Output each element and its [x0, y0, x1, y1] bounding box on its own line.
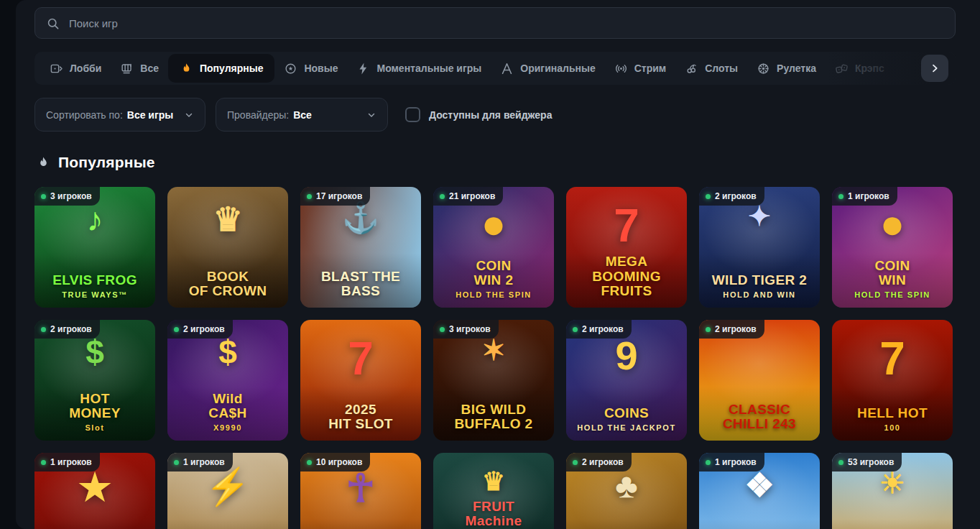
players-count: 2 игроков [50, 324, 92, 334]
wager-filter[interactable]: Доступны для вейджера [405, 107, 552, 122]
title-line: BASS [305, 284, 417, 299]
tab-new[interactable]: Новые [274, 52, 347, 85]
title-line: WIN 2 [438, 273, 550, 288]
tab-label: Оригинальные [520, 63, 595, 74]
game-tile-elvis-frog[interactable]: 3 игроков ♪ ELVIS FROGTRUE WAYS™ [34, 187, 155, 308]
game-tile-fruit-machine[interactable]: ♛ FRUITMachine [433, 453, 554, 529]
tab-originals[interactable]: Оригинальные [491, 52, 604, 85]
game-tile-mummy[interactable]: 10 игроков ☥ [300, 453, 421, 529]
game-tile-big-wild-buffalo-2[interactable]: 3 игроков ✶ BIG WILDBUFFALO 2 [433, 320, 554, 441]
players-count: 1 игроков [848, 191, 889, 201]
game-tile-classic-chilli-243[interactable]: 2 игроков CLASSICCHILLI 243 [699, 320, 820, 441]
title-line: BOOK [172, 270, 284, 285]
search-bar[interactable] [34, 7, 956, 39]
game-tile-wild-cash-x9990[interactable]: 2 игроков $ WildCA$HX9990 [167, 320, 288, 441]
game-title: COINSHOLD THE JACKPOT [570, 406, 683, 432]
online-dot [440, 194, 445, 199]
title-sub: 100 [836, 423, 948, 432]
game-tile-hell-hot-100[interactable]: 7 HELL HOT100 [832, 320, 953, 441]
game-tile-candy-bonanza[interactable]: 1 игроков ❖ [699, 453, 820, 529]
title-line: MEGA BOOMING [570, 254, 683, 284]
players-badge: 3 игроков [34, 187, 100, 206]
tab-label: Стрим [634, 63, 666, 74]
art-glyph: ☀ [832, 469, 953, 497]
game-tile-wild-tiger-2[interactable]: 2 игроков ✦ WILD TIGER 2HOLD AND WIN [699, 187, 820, 308]
tab-label: Слоты [705, 63, 738, 74]
game-tile-hot-fruits[interactable]: 1 игроков ★ HOT [34, 453, 155, 529]
game-tile-fortune-cat[interactable]: 53 игроков ☀ FORTUNE [832, 453, 953, 529]
online-dot [41, 327, 46, 332]
games-lobby-page: Лобби Все Популярные Новые Моментальные … [16, 0, 980, 529]
online-dot [307, 460, 312, 465]
games-grid: 3 игроков ♪ ELVIS FROGTRUE WAYS™ ♛ BOOKO… [34, 187, 953, 529]
title-line: 2025 [305, 402, 417, 418]
title-line: ELVIS FROG [39, 273, 151, 288]
game-tile-coin-win[interactable]: 1 игроков ● COINWINHOLD THE SPIN [832, 187, 953, 308]
art-glyph: ☥ [300, 469, 421, 507]
players-count: 3 игроков [449, 324, 491, 334]
game-tile-blast-the-bass[interactable]: 17 игроков ⚓ BLAST THEBASS [300, 187, 421, 308]
online-dot [174, 327, 179, 332]
title-line: BUFFALO 2 [438, 417, 550, 432]
players-count: 10 игроков [316, 457, 362, 467]
online-dot [41, 460, 46, 465]
game-title: BOOKOF CROWN [172, 270, 284, 299]
title-line: WILD TIGER 2 [703, 273, 815, 288]
tab-popular[interactable]: Популярные [168, 54, 274, 83]
tab-roulette[interactable]: Рулетка [747, 52, 826, 85]
tab-all[interactable]: Все [111, 52, 168, 85]
players-count: 2 игроков [715, 324, 757, 334]
tab-lobby[interactable]: Лобби [40, 52, 111, 85]
flame-icon [36, 155, 51, 170]
game-tile-coin-win-2[interactable]: 21 игроков ● COINWIN 2HOLD THE SPIN [433, 187, 554, 308]
tab-instant-games[interactable]: Моментальные игры [347, 52, 491, 85]
lobby-dice-icon [50, 62, 63, 75]
search-icon [46, 17, 60, 30]
title-sub: HOLD THE SPIN [836, 290, 948, 299]
title-line: FRUITS [570, 284, 683, 299]
game-tile-zeus[interactable]: 1 игроков ⚡ [167, 453, 288, 529]
providers-select[interactable]: Провайдеры: Все [216, 98, 388, 132]
game-tile-joker[interactable]: 2 игроков ♣ [566, 453, 687, 529]
game-tile-book-of-crown[interactable]: ♛ BOOKOF CROWN [167, 187, 288, 308]
all-games-icon [120, 62, 134, 75]
chevron-down-icon [366, 110, 376, 120]
sort-select[interactable]: Сортировать по: Все игры [34, 98, 205, 132]
players-count: 53 игроков [848, 457, 894, 467]
search-input[interactable] [68, 17, 944, 30]
wager-checkbox[interactable] [405, 107, 420, 122]
title-sub: Slot [39, 423, 151, 432]
art-glyph: ✶ [433, 336, 554, 364]
chevron-right-icon [929, 63, 940, 74]
art-glyph: ❖ [699, 469, 820, 502]
art-glyph: ★ [34, 469, 155, 506]
tabs-next-button[interactable] [921, 55, 948, 82]
art-glyph: 7 [566, 203, 687, 249]
art-glyph: 7 [832, 336, 953, 382]
tab-stream[interactable]: Стрим [605, 52, 675, 85]
title-sub: TRUE WAYS™ [39, 290, 151, 299]
game-tile-9-coins[interactable]: 2 игроков 9 COINSHOLD THE JACKPOT [566, 320, 687, 441]
tab-craps[interactable]: Крэпс [826, 52, 894, 85]
tab-slots[interactable]: Слоты [675, 52, 747, 85]
players-count: 21 игроков [449, 191, 495, 201]
players-badge: 1 игроков [832, 187, 897, 206]
tab-label: Популярные [200, 63, 263, 74]
game-tile-mega-booming-fruits[interactable]: 7 MEGA BOOMINGFRUITS [566, 187, 687, 308]
players-count: 1 игроков [183, 457, 225, 467]
game-title: MEGA BOOMINGFRUITS [570, 254, 683, 299]
art-glyph: 7 [300, 336, 421, 382]
game-title: COINWIN 2HOLD THE SPIN [438, 259, 550, 299]
new-badge-icon [284, 62, 297, 75]
art-glyph: ♪ [34, 203, 155, 236]
title-line: BIG WILD [438, 402, 550, 418]
tab-label: Крэпс [855, 63, 884, 74]
players-count: 1 игроков [50, 457, 92, 467]
cherries-icon [685, 62, 698, 75]
roulette-icon [757, 62, 770, 75]
players-badge: 21 игроков [433, 187, 503, 206]
game-tile-hit-slot-2025[interactable]: 7 2025HIT SLOT [300, 320, 421, 441]
popular-section-header: Популярные [36, 154, 155, 171]
game-tile-hot-money-slot[interactable]: 2 игроков $ HOTMONEYSlot [34, 320, 155, 441]
game-title: ELVIS FROGTRUE WAYS™ [39, 273, 151, 299]
